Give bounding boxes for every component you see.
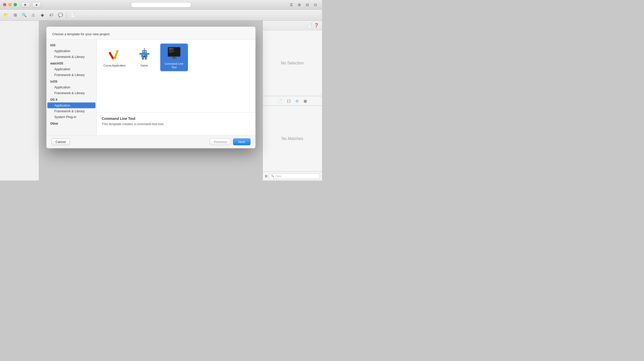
svg-point-19	[145, 55, 146, 56]
traffic-lights	[3, 3, 17, 6]
dialog-content: Cocoa Application	[97, 40, 255, 135]
file-inspector-icon[interactable]: 📄	[278, 99, 282, 103]
titlebar-search[interactable]	[131, 2, 191, 8]
back-button[interactable]: ▶	[21, 2, 30, 8]
layout-icon-4[interactable]: ⊡	[312, 2, 319, 7]
main-layout: Choose a template for your new project: …	[0, 21, 322, 180]
right-panel-body: No Selection	[263, 30, 322, 96]
command-line-tool-icon: exec	[167, 46, 181, 60]
dialog-footer: Cancel Previous Next	[46, 135, 255, 148]
previous-button[interactable]: Previous	[210, 138, 231, 145]
category-tvos: tvOS	[46, 78, 96, 84]
sidebar-item-ios-framework[interactable]: Framework & Library	[47, 54, 95, 60]
left-sidebar	[0, 21, 39, 180]
identity-inspector-icon[interactable]: ⊙	[296, 99, 299, 103]
template-command-line-tool[interactable]: exec Command Line Too	[160, 44, 188, 71]
tag-icon[interactable]: 🏷	[47, 11, 55, 19]
no-matches-label: No Matches	[282, 136, 303, 141]
dialog-title: Choose a template for your new project:	[52, 32, 111, 36]
cancel-button[interactable]: Cancel	[51, 138, 70, 145]
template-cocoa-app[interactable]: Cocoa Application	[101, 44, 128, 71]
svg-rect-11	[145, 51, 146, 52]
filter-placeholder: Filter	[275, 175, 281, 178]
svg-rect-14	[139, 53, 141, 55]
right-panel-icons-row: 📄 { } ⊙ ▦	[263, 96, 322, 106]
layout-inspector-icon[interactable]: ▦	[304, 99, 307, 103]
svg-rect-16	[142, 58, 144, 60]
layout-icon-2[interactable]: ⊞	[296, 2, 303, 7]
toolbar: 📁 ⊞ 🔍 ⚠ ◆ 🏷 💬 📄	[0, 10, 322, 21]
no-selection-label: No Selection	[281, 61, 304, 65]
new-project-dialog: Choose a template for your new project: …	[46, 27, 255, 148]
category-ios: iOS	[46, 42, 96, 48]
category-other: Other	[46, 120, 96, 126]
doc-icon[interactable]: 📄	[69, 11, 77, 19]
button-group: Previous Next	[210, 138, 250, 145]
toolbar-separator	[67, 12, 67, 18]
stop-button[interactable]: ■	[32, 2, 41, 8]
quick-help-icon[interactable]: { }	[287, 99, 291, 103]
svg-text:exec: exec	[169, 48, 172, 50]
sidebar-item-osx-framework[interactable]: Framework & Library	[47, 108, 95, 114]
svg-rect-20	[143, 56, 145, 57]
content-area: Choose a template for your new project: …	[39, 21, 263, 180]
right-panel: 📄 ❓ No Selection 📄 { } ⊙ ▦ No Matches ⊞ …	[263, 21, 322, 180]
svg-point-18	[143, 55, 144, 56]
sidebar-item-tvos-framework[interactable]: Framework & Library	[47, 90, 95, 96]
command-line-tool-label: Command Line Tool	[162, 62, 186, 69]
filter-search-icon: 🔍	[271, 174, 274, 178]
svg-rect-28	[173, 57, 175, 58]
file-icon[interactable]: 📄	[307, 23, 312, 28]
right-panel-top: 📄 ❓	[263, 21, 322, 30]
next-button[interactable]: Next	[233, 138, 250, 145]
sidebar-item-tvos-application[interactable]: Application	[47, 84, 95, 90]
svg-rect-26	[169, 51, 175, 52]
svg-rect-25	[169, 50, 173, 51]
layout-icon-3[interactable]: ⊟	[304, 2, 311, 7]
diamond-icon[interactable]: ◆	[38, 11, 46, 19]
svg-rect-27	[169, 52, 172, 53]
svg-rect-29	[172, 58, 177, 59]
folder-icon[interactable]: 📁	[2, 11, 10, 19]
search-icon[interactable]: 🔍	[20, 11, 28, 19]
dialog-description: Command Line Tool This template creates …	[97, 113, 255, 135]
titlebar: ▶ ■ ☰ ⊞ ⊟ ⊡	[0, 0, 322, 10]
category-osx: OS X	[46, 96, 96, 102]
sidebar-item-osx-application[interactable]: Application	[47, 102, 95, 108]
right-panel-bottom: No Matches	[263, 106, 322, 171]
layout-icon-1[interactable]: ☰	[288, 2, 295, 7]
game-icon	[137, 48, 151, 62]
cocoa-app-icon	[108, 48, 122, 62]
help-icon[interactable]: ❓	[314, 23, 319, 28]
filter-grid-icon[interactable]: ⊞	[265, 174, 268, 178]
grid-icon[interactable]: ⊞	[11, 11, 19, 19]
cocoa-app-label: Cocoa Application	[103, 64, 125, 67]
message-icon[interactable]: 💬	[56, 11, 65, 19]
sidebar-item-watchos-application[interactable]: Application	[47, 66, 95, 72]
titlebar-controls: ▶ ■	[21, 2, 41, 8]
svg-point-13	[144, 48, 145, 49]
dialog-sidebar: iOS Application Framework & Library watc…	[46, 40, 97, 135]
description-title: Command Line Tool	[102, 117, 250, 121]
template-game[interactable]: Game	[131, 44, 158, 71]
svg-rect-15	[147, 53, 149, 55]
svg-rect-17	[145, 58, 147, 60]
template-grid: Cocoa Application	[97, 40, 255, 113]
dialog-body: iOS Application Framework & Library watc…	[46, 40, 255, 135]
sidebar-item-ios-application[interactable]: Application	[47, 48, 95, 54]
close-button[interactable]	[3, 3, 6, 6]
game-label: Game	[141, 64, 148, 67]
dialog-header: Choose a template for your new project:	[46, 27, 255, 40]
svg-rect-1	[108, 52, 114, 60]
titlebar-right-buttons: ☰ ⊞ ⊟ ⊡	[288, 2, 319, 7]
filter-input-wrap[interactable]: 🔍 Filter	[269, 173, 320, 179]
sidebar-item-osx-plugin[interactable]: System Plug-in	[47, 114, 95, 120]
minimize-button[interactable]	[8, 3, 12, 6]
maximize-button[interactable]	[14, 3, 17, 6]
warning-icon[interactable]: ⚠	[29, 11, 37, 19]
right-panel-filter: ⊞ 🔍 Filter	[263, 171, 322, 180]
svg-rect-10	[143, 51, 144, 52]
description-text: This template creates a command-line too…	[102, 122, 250, 126]
sidebar-item-watchos-framework[interactable]: Framework & Library	[47, 72, 95, 78]
category-watchos: watchOS	[46, 60, 96, 66]
